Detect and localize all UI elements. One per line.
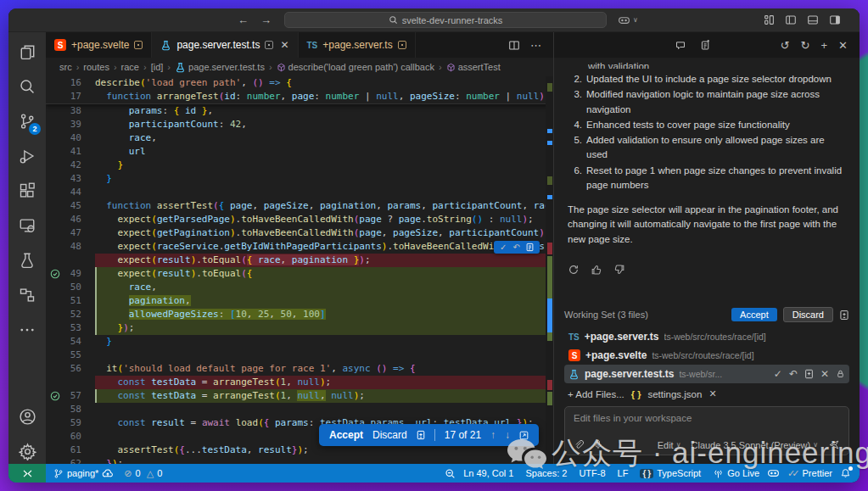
code-line[interactable]: 55 (46, 349, 553, 362)
attach-context-icon[interactable] (574, 439, 585, 450)
close-panel-icon[interactable]: ✕ (838, 39, 848, 52)
git-branch-status[interactable]: paging* (49, 468, 118, 479)
prettier-status[interactable]: ✓✓ Prettier (783, 468, 837, 479)
code-line[interactable]: 45 function assertTest({ page, pageSize,… (46, 199, 553, 213)
code-line[interactable]: 54 } (46, 335, 553, 349)
new-chat-icon[interactable]: + (821, 39, 828, 52)
add-files-button[interactable]: + Add Files... (568, 389, 624, 399)
retry-icon[interactable] (568, 264, 580, 276)
gutter[interactable]: 43 (46, 172, 95, 186)
send-icon[interactable] (828, 439, 840, 450)
mode-selector[interactable]: Edit∨ (658, 440, 681, 450)
gutter[interactable]: 58 (46, 403, 95, 416)
discard-file-icon[interactable]: ↶ (789, 368, 798, 380)
gutter[interactable] (46, 376, 95, 389)
code-line[interactable]: 39 participantCount: 42, (46, 118, 553, 131)
go-live-button[interactable]: Go Live (708, 468, 764, 479)
chat-history-icon[interactable] (675, 40, 686, 51)
tab-page.server.test.ts[interactable]: page.server.test.ts✕ (152, 32, 298, 58)
code-line[interactable]: 51 pagination, (46, 294, 553, 308)
run-debug-activity-item[interactable] (14, 143, 40, 169)
working-set-file[interactable]: TS+page.server.tsts-web/src/routes/race/… (564, 327, 849, 346)
modified-indicator-icon[interactable] (398, 41, 406, 49)
model-selector[interactable]: Claude 3.5 Sonnet (Preview)∨ (692, 440, 819, 450)
view-all-diffs-icon[interactable] (839, 310, 849, 321)
split-editor-icon[interactable] (508, 40, 520, 51)
code-line[interactable]: expect(result).toEqual({ race, paginatio… (46, 254, 553, 267)
toggle-secondary-sidebar-icon[interactable] (829, 14, 841, 25)
code-line[interactable]: 40 race, (46, 131, 553, 145)
gutter[interactable]: 38 (46, 104, 95, 118)
working-set-file[interactable]: page.server.test.tsts-web/sr...✓↶✕ (564, 365, 849, 383)
gutter[interactable]: 39 (46, 118, 95, 131)
encoding-status[interactable]: UTF-8 (574, 468, 609, 478)
gutter[interactable]: 47 (46, 226, 95, 240)
code-line[interactable]: 43 } (46, 172, 553, 186)
accept-button[interactable]: Accept (329, 429, 363, 441)
breadcrumb[interactable]: src›routes›race›[id]›page.server.test.ts… (46, 58, 553, 76)
new-edit-session-icon[interactable] (700, 40, 711, 51)
gutter[interactable]: 42 (46, 159, 95, 172)
breadcrumb-item[interactable]: race (121, 62, 139, 72)
gutter[interactable]: 48 (46, 240, 95, 254)
gutter[interactable]: 50 (46, 281, 95, 294)
discard-button[interactable]: Discard (372, 429, 407, 441)
extensions-activity-item[interactable] (14, 178, 40, 204)
language-mode[interactable]: { } TypeScript (636, 468, 705, 478)
modified-indicator-icon[interactable] (134, 41, 143, 49)
next-change-icon[interactable]: ↓ (505, 429, 510, 441)
breadcrumb-item[interactable]: src (59, 62, 72, 72)
thumbs-down-icon[interactable] (613, 264, 625, 276)
gutter[interactable]: 46 (46, 213, 95, 226)
breadcrumb-item[interactable]: assertTest (446, 62, 501, 72)
editor-more-actions-icon[interactable]: ⋯ (530, 39, 541, 52)
problems-status[interactable]: ⊘ 0 △ 0 (120, 468, 166, 479)
testing-activity-item[interactable] (14, 248, 40, 273)
code-line[interactable]: 49 expect(result).toEqual({ (46, 267, 553, 281)
modified-indicator-icon[interactable] (265, 41, 273, 49)
command-center-search[interactable]: svelte-dev-runner-tracks (284, 12, 607, 28)
toggle-panel-icon[interactable] (807, 14, 819, 25)
more-views-activity-item[interactable] (14, 317, 40, 343)
gutter[interactable]: 17 (46, 90, 95, 103)
overview-ruler[interactable] (546, 76, 553, 464)
account-activity-item[interactable] (14, 404, 40, 429)
open-diff-file-icon[interactable] (804, 369, 814, 379)
gutter[interactable]: 53 (46, 321, 95, 335)
eol-status[interactable]: LF (613, 468, 633, 478)
gutter[interactable]: 62 (46, 457, 95, 464)
gutter[interactable]: 54 (46, 335, 95, 349)
code-line[interactable]: 41 url (46, 145, 553, 159)
code-line[interactable]: const testData = arrangeTest(1, null); (46, 376, 553, 389)
code-line[interactable]: 58 (46, 403, 553, 416)
code-line[interactable]: 47 expect(getPagination).toHaveBeenCalle… (46, 226, 553, 240)
gutter[interactable]: 55 (46, 349, 95, 362)
source-control-activity-item[interactable]: 2 (14, 109, 40, 134)
gutter[interactable]: 59 (46, 416, 95, 430)
code-line[interactable]: 44 (46, 186, 553, 199)
code-line[interactable]: 52 allowedPageSizes: [10, 25, 50, 100] (46, 308, 553, 321)
close-tab-icon[interactable]: ✕ (280, 39, 288, 51)
tab--page.svelte[interactable]: S+page.svelte (46, 32, 152, 58)
breadcrumb-item[interactable]: describe('load green path') callback (277, 62, 434, 72)
zoom-indicator-icon[interactable] (445, 468, 456, 479)
code-line[interactable]: 53 }); (46, 321, 553, 335)
redo-edit-icon[interactable]: ↻ (801, 39, 810, 52)
gutter[interactable]: 16 (46, 76, 95, 90)
gutter[interactable]: 45 (46, 199, 95, 213)
gutter[interactable]: 57 (46, 389, 95, 403)
gutter[interactable]: 41 (46, 145, 95, 159)
breadcrumb-item[interactable]: [id] (151, 62, 164, 72)
tab--page.server.ts[interactable]: TS+page.server.ts (299, 32, 416, 58)
gutter[interactable]: 51 (46, 294, 95, 308)
remote-explorer-activity-item[interactable] (14, 213, 40, 238)
settings-json-chip[interactable]: settings.json (647, 389, 702, 399)
lock-file-icon[interactable] (836, 369, 845, 379)
search-activity-item[interactable] (14, 74, 40, 99)
code-line[interactable]: 16describe('load green path', () => { (46, 76, 553, 90)
gutter[interactable]: 49 (46, 267, 95, 281)
mic-icon[interactable] (593, 439, 603, 450)
code-line[interactable]: 46 expect(getParsedPage).toHaveBeenCalle… (46, 213, 553, 226)
remove-file-icon[interactable]: ✕ (820, 368, 829, 380)
gutter[interactable]: 40 (46, 131, 95, 145)
